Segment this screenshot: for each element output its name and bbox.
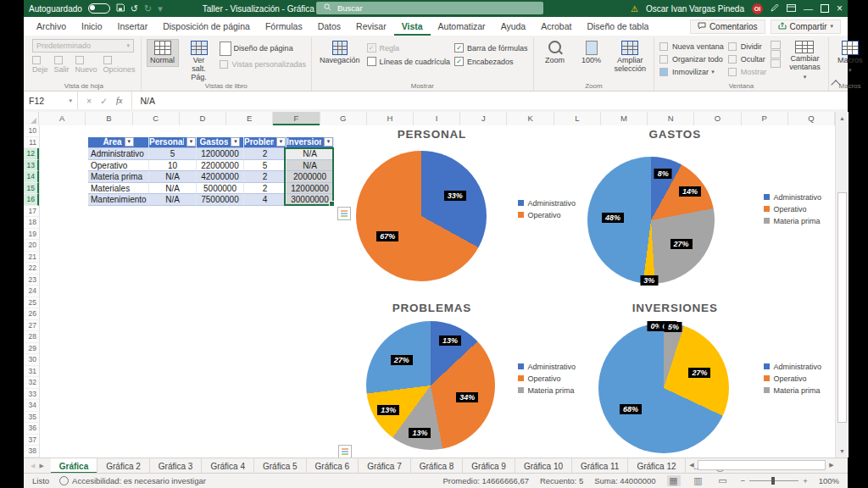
vertical-scrollbar[interactable]: ▲ ▼ <box>835 112 849 458</box>
avatar[interactable]: OI <box>752 3 763 14</box>
tab-scroll-right-icon[interactable]: ▶ <box>39 463 43 469</box>
row-header-11[interactable]: 11 <box>24 137 39 149</box>
cell[interactable]: 5 <box>244 160 287 172</box>
minimize-button[interactable]: — <box>804 4 813 14</box>
column-header-K[interactable]: K <box>507 112 554 125</box>
status-zoom-level[interactable]: 100% <box>819 476 839 485</box>
undo-icon[interactable]: ↺ <box>131 4 138 14</box>
scroll-up-icon[interactable]: ▲ <box>836 112 849 125</box>
zoom-out-icon[interactable]: − <box>741 476 746 485</box>
share-button[interactable]: Compartir ▾ <box>771 19 841 34</box>
cell[interactable]: 2 <box>244 171 287 183</box>
macros-button[interactable]: Macros▾ <box>834 39 866 75</box>
cell[interactable]: 75000000 <box>197 194 244 206</box>
column-header-Q[interactable]: Q <box>788 112 835 125</box>
user-name[interactable]: Oscar Ivan Vargas Pineda <box>646 4 744 14</box>
ribbon-tab-dise-o-de-tabla[interactable]: Diseño de tabla <box>579 17 656 36</box>
zoom-in-icon[interactable]: + <box>803 476 808 485</box>
quick-access-menu-icon[interactable]: ▾ <box>158 4 163 14</box>
row-header-15[interactable]: 15 <box>24 183 39 195</box>
sheet-tab-gr-fica-6[interactable]: Gráfica 6 <box>307 458 359 474</box>
filter-button[interactable]: ▼ <box>125 137 134 147</box>
filter-button[interactable]: ▼ <box>276 137 286 147</box>
column-header-B[interactable]: B <box>86 112 132 125</box>
row-header-10[interactable]: 10 <box>24 125 39 137</box>
row-header-18[interactable]: 18 <box>24 217 39 229</box>
ribbon-tab-datos[interactable]: Datos <box>310 17 348 36</box>
page-break-view-button[interactable]: Ver salt. Pág. <box>183 39 215 84</box>
column-header-I[interactable]: I <box>414 112 460 125</box>
sheet-tab-gr-fica[interactable]: Gráfica <box>51 458 97 474</box>
horizontal-scrollbar[interactable]: ◀ ▶ <box>687 460 836 470</box>
tab-scroll-left-icon[interactable]: ◀ <box>31 463 35 469</box>
filter-button[interactable]: ▼ <box>324 137 333 147</box>
navigation-button[interactable]: Navegación <box>317 39 363 67</box>
cell[interactable]: 5 <box>149 148 197 160</box>
column-header-M[interactable]: M <box>601 112 648 125</box>
row-header-33[interactable]: 33 <box>24 389 39 401</box>
column-header-D[interactable]: D <box>180 112 226 125</box>
sheet-tab-gr-fica-9[interactable]: Gráfica 9 <box>463 458 515 474</box>
cell[interactable]: N/A <box>149 194 197 206</box>
document-title[interactable]: Taller - Visualización - Gráfica <box>203 4 314 14</box>
column-header-P[interactable]: P <box>742 112 788 125</box>
row-header-17[interactable]: 17 <box>24 206 39 218</box>
ribbon-tab-disposici-n-de-p-gina[interactable]: Disposición de página <box>155 17 258 36</box>
scroll-right-icon[interactable]: ▶ <box>827 462 836 469</box>
close-button[interactable]: × <box>837 3 843 14</box>
insert-function-icon[interactable]: fx <box>116 96 123 105</box>
formula-bar-checkbox[interactable]: ✓ Barra de fórmulas <box>454 42 528 54</box>
chart-gastos[interactable]: GASTOS 8%14%27%3%48% AdministrativoOpera… <box>585 125 835 292</box>
ribbon-tab-archivo[interactable]: Archivo <box>29 17 74 36</box>
column-header-F[interactable]: F <box>273 112 320 125</box>
ribbon-display-icon[interactable] <box>787 4 796 14</box>
ribbon-tab-revisar[interactable]: Revisar <box>348 17 394 36</box>
zoom-100-button[interactable]: 100% <box>576 39 608 67</box>
scroll-down-icon[interactable]: ▼ <box>836 445 849 458</box>
row-header-14[interactable]: 14 <box>24 171 39 183</box>
row-header-20[interactable]: 20 <box>24 240 39 252</box>
row-header-34[interactable]: 34 <box>24 400 39 412</box>
zoom-slider[interactable]: − + <box>741 476 808 485</box>
cell[interactable]: 5000000 <box>197 183 244 195</box>
row-header-13[interactable]: 13 <box>24 160 39 172</box>
cell[interactable]: 12000000 <box>197 148 244 160</box>
split-button[interactable]: Dividir <box>728 41 767 53</box>
page-layout-button[interactable]: Diseño de página <box>220 42 306 54</box>
table-header-cell[interactable]: Gastos▼ <box>197 137 244 149</box>
sheet-tab-gr-fica-4[interactable]: Gráfica 4 <box>202 458 254 474</box>
column-header-H[interactable]: H <box>367 112 414 125</box>
save-icon[interactable] <box>116 3 125 14</box>
row-header-31[interactable]: 31 <box>24 366 39 378</box>
zoom-selection-button[interactable]: Ampliar selección <box>612 39 649 75</box>
ribbon-tab-inicio[interactable]: Inicio <box>74 17 110 36</box>
cell[interactable]: Materia prima <box>88 171 149 183</box>
cell[interactable]: 42000000 <box>197 171 244 183</box>
row-header-25[interactable]: 25 <box>24 297 39 309</box>
search-box[interactable]: Buscar <box>316 2 543 14</box>
row-header-28[interactable]: 28 <box>24 331 39 343</box>
headings-checkbox[interactable]: ✓ Encabezados <box>454 55 528 68</box>
accessibility-status[interactable]: Accesibilidad: es necesario investigar <box>59 476 206 485</box>
filter-button[interactable]: ▼ <box>186 137 196 147</box>
row-header-30[interactable]: 30 <box>24 354 39 366</box>
sheet-tab-gr-fica-11[interactable]: Gráfica 11 <box>572 458 628 474</box>
cell[interactable]: N/A <box>149 171 197 183</box>
sheet-tab-gr-fica-2[interactable]: Gráfica 2 <box>97 458 150 474</box>
cell[interactable]: 2 <box>244 148 287 160</box>
table-header-cell[interactable]: Personal▼ <box>149 137 197 149</box>
chart-inversiones[interactable]: INVERSIONES 0%0%5%27%68% AdministrativoO… <box>585 299 835 458</box>
column-header-O[interactable]: O <box>694 112 741 125</box>
row-header-29[interactable]: 29 <box>24 343 39 355</box>
row-header-22[interactable]: 22 <box>24 263 39 274</box>
ribbon-tab-automatizar[interactable]: Automatizar <box>431 17 493 36</box>
column-header-N[interactable]: N <box>648 112 694 125</box>
page-layout-view-toggle[interactable]: ▥ <box>692 475 705 486</box>
row-header-37[interactable]: 37 <box>24 435 39 446</box>
cell[interactable]: Administrativo <box>88 148 149 160</box>
ribbon-tab-insertar[interactable]: Insertar <box>110 17 156 36</box>
cell[interactable]: 22000000 <box>197 160 244 172</box>
cell[interactable]: Materiales <box>88 183 149 195</box>
chart-personal[interactable]: PERSONAL 33%67% AdministrativoOperativo <box>343 125 589 292</box>
page-break-view-toggle[interactable]: ▭ <box>716 475 730 486</box>
